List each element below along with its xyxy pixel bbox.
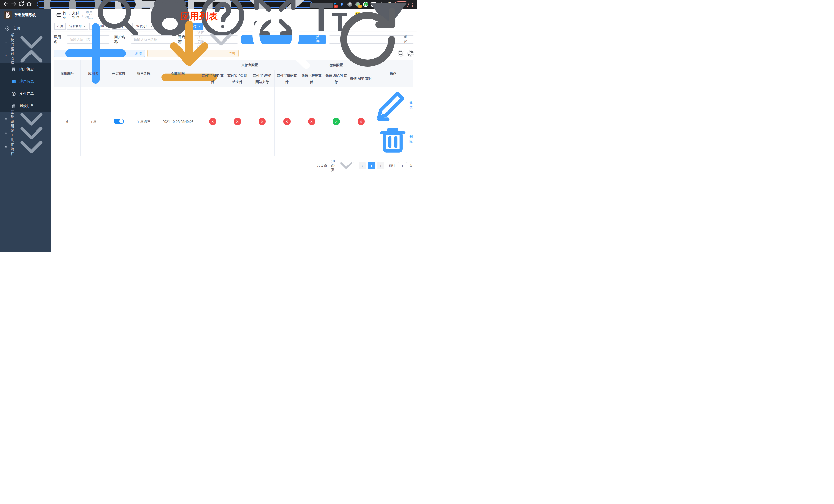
- add-button[interactable]: 新增: [54, 50, 145, 57]
- config-disabled-icon: ✕: [283, 118, 290, 125]
- edit-button[interactable]: 修改: [373, 87, 413, 122]
- reload-icon: [18, 1, 25, 8]
- browser-reload-button[interactable]: [18, 1, 25, 8]
- table-row: 6 芋道 芋道源码 2021-10-23 08:49:25 ✕✕✕✕ ✕✓✕ 修…: [54, 87, 413, 156]
- col-wechat-mini: 微信小程序支付: [299, 70, 324, 87]
- col-alipay-wap: 支付宝 WAP 网站支付: [250, 70, 275, 87]
- show-search-toggle-button[interactable]: [397, 50, 404, 56]
- edit-pen-icon: [373, 87, 409, 122]
- back-icon: [3, 1, 9, 8]
- svg-text:¥: ¥: [13, 93, 14, 95]
- status-toggle[interactable]: [114, 119, 124, 124]
- trash-icon: [377, 123, 409, 155]
- browser-home-button[interactable]: [26, 1, 32, 8]
- sidebar-item-工作流程[interactable]: 工作流程: [0, 140, 51, 154]
- gear-icon: [5, 41, 7, 43]
- prev-page-button[interactable]: ‹: [358, 162, 366, 169]
- col-wechat-jsapi: 微信 JSAPI 支付: [324, 70, 349, 87]
- plus-icon: [57, 15, 134, 92]
- page-number-1[interactable]: 1: [368, 162, 375, 169]
- doc-icon: [11, 104, 16, 109]
- page-size-value: 10条/页: [331, 159, 335, 172]
- forward-icon: [10, 1, 17, 8]
- next-page-button[interactable]: ›: [377, 162, 384, 169]
- coin-icon: ¥: [11, 92, 16, 96]
- goto-label: 前往: [389, 163, 395, 168]
- sidebar-item-支付管理[interactable]: ¥支付管理: [0, 49, 51, 63]
- svg-text:¥: ¥: [6, 55, 7, 57]
- browser-back-button[interactable]: [3, 1, 9, 8]
- edit-label: 修改: [409, 100, 413, 110]
- refresh-table-button[interactable]: [407, 50, 414, 56]
- sidebar-item-支付订单[interactable]: ¥支付订单: [0, 88, 51, 100]
- config-enabled-icon: ✓: [333, 118, 340, 125]
- reset-button[interactable]: 重置: [329, 36, 414, 44]
- download-icon: [151, 15, 228, 92]
- sync-icon: [408, 50, 414, 56]
- add-button-label: 新增: [135, 51, 141, 55]
- monitor-icon: [5, 118, 7, 120]
- browser-forward-button[interactable]: [10, 1, 17, 8]
- delete-button[interactable]: 删除: [377, 123, 413, 155]
- sidebar-item-label: 支付管理: [10, 47, 16, 65]
- page-content: 应用名 商户名称 开启状态 请选择开启状态 搜索 重置: [51, 31, 417, 169]
- config-disabled-icon: ✕: [357, 118, 365, 125]
- yen-icon: ¥: [5, 55, 7, 57]
- briefcase-icon: [5, 146, 7, 148]
- col-alipay-qr: 支付宝扫码支付: [275, 70, 299, 87]
- page-size-select[interactable]: 10条/页: [331, 162, 354, 169]
- chevron-up-icon: [16, 41, 47, 71]
- toolbox-icon: [5, 132, 7, 134]
- dashboard-icon: [5, 26, 10, 31]
- refresh-icon: [333, 5, 402, 74]
- sidebar-item-label: 应用信息: [20, 79, 34, 84]
- pagination: 共 1 条 10条/页 ‹ 1 › 前往 页: [54, 162, 413, 169]
- home-icon: [26, 1, 32, 8]
- logo-rabbit-image: [4, 11, 12, 19]
- chevron-down-icon: [16, 132, 47, 162]
- grid-icon: [11, 79, 16, 84]
- config-disabled-icon: ✕: [209, 118, 216, 125]
- cell-app-name: 芋道: [81, 87, 106, 156]
- cell-merchant-name: 芋道源码: [131, 87, 156, 156]
- sidebar-item-应用信息[interactable]: 应用信息: [0, 75, 51, 88]
- config-disabled-icon: ✕: [234, 118, 241, 125]
- cell-created-at: 2021-10-23 08:49:25: [156, 87, 200, 156]
- col-alipay-pc: 支付宝 PC 网站支付: [225, 70, 250, 87]
- config-disabled-icon: ✕: [259, 118, 266, 125]
- reset-button-label: 重置: [404, 35, 410, 44]
- chevron-down-icon: [338, 157, 354, 174]
- search-button-label: 搜索: [316, 35, 322, 44]
- search-button[interactable]: 搜索: [241, 36, 327, 44]
- export-button-label: 导出: [229, 51, 235, 55]
- page-unit-label: 页: [409, 163, 413, 168]
- sidebar-item-label: 工作流程: [10, 138, 16, 156]
- search-icon: [398, 50, 404, 56]
- pagination-total: 共 1 条: [317, 163, 327, 168]
- goto-page-input[interactable]: [397, 162, 407, 169]
- sidebar-logo[interactable]: 芋道管理系统: [0, 9, 51, 22]
- sidebar: 芋道管理系统 首页系统管理¥支付管理商户信息应用信息¥支付订单退款订单基础设施研…: [0, 9, 51, 252]
- app-title: 芋道管理系统: [14, 13, 36, 18]
- sidebar-item-label: 支付订单: [20, 92, 34, 96]
- sidebar-menu: 首页系统管理¥支付管理商户信息应用信息¥支付订单退款订单基础设施研发工具工作流程: [0, 22, 51, 252]
- config-disabled-icon: ✕: [308, 118, 315, 125]
- cell-app-id: 6: [54, 87, 81, 156]
- shop-icon: [11, 67, 16, 71]
- delete-label: 删除: [409, 135, 413, 144]
- export-button[interactable]: 导出: [148, 50, 239, 57]
